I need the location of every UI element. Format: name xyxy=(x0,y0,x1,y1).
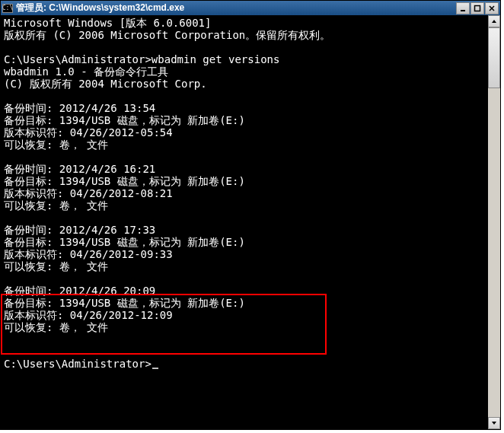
window-title: 管理员: C:\Windows\system32\cmd.exe xyxy=(16,2,184,14)
output-line: 备份时间: 2012/4/26 16:21 xyxy=(4,163,155,175)
output-line: wbadmin 1.0 - 备份命令行工具 xyxy=(4,65,168,78)
output-line: 版本标识符: 04/26/2012-12:09 xyxy=(4,309,173,321)
output-line: C:\Users\Administrator>wbadmin get versi… xyxy=(4,53,279,65)
output-line: 可以恢复: 卷， 文件 xyxy=(4,138,108,151)
terminal-output[interactable]: Microsoft Windows [版本 6.0.6001] 版权所有 (C)… xyxy=(1,15,488,429)
output-line: 可以恢复: 卷， 文件 xyxy=(4,199,108,212)
output-line: (C) 版权所有 2004 Microsoft Corp. xyxy=(4,78,207,90)
output-line: 版本标识符: 04/26/2012-09:33 xyxy=(4,248,173,260)
scroll-down-button[interactable] xyxy=(488,417,500,429)
output-line: 备份时间: 2012/4/26 17:33 xyxy=(4,224,155,236)
output-line: 备份目标: 1394/USB 磁盘，标记为 新加卷(E:) xyxy=(4,297,245,309)
svg-marker-4 xyxy=(492,20,496,23)
cursor xyxy=(152,368,158,369)
scroll-thumb[interactable] xyxy=(488,27,500,88)
output-line: Microsoft Windows [版本 6.0.6001] xyxy=(4,17,211,29)
vertical-scrollbar[interactable] xyxy=(488,15,500,429)
output-line: 版本标识符: 04/26/2012-08:21 xyxy=(4,187,173,199)
svg-marker-5 xyxy=(492,422,496,425)
maximize-button[interactable] xyxy=(471,2,484,14)
titlebar: C:\ 管理员: C:\Windows\system32\cmd.exe xyxy=(1,1,500,15)
output-line: 备份时间: 2012/4/26 20:09 xyxy=(4,285,155,297)
window-controls xyxy=(455,2,499,14)
output-line: 备份时间: 2012/4/26 13:54 xyxy=(4,102,155,114)
output-line: 版本标识符: 04/26/2012-05:54 xyxy=(4,126,173,138)
titlebar-left: C:\ 管理员: C:\Windows\system32\cmd.exe xyxy=(2,2,184,14)
cmd-window: C:\ 管理员: C:\Windows\system32\cmd.exe Mic… xyxy=(0,0,501,430)
cmd-icon: C:\ xyxy=(2,4,13,13)
minimize-button[interactable] xyxy=(456,2,470,14)
output-line: 备份目标: 1394/USB 磁盘，标记为 新加卷(E:) xyxy=(4,236,245,248)
output-line: 可以恢复: 卷， 文件 xyxy=(4,260,108,272)
output-line: 备份目标: 1394/USB 磁盘，标记为 新加卷(E:) xyxy=(4,175,245,187)
svg-rect-1 xyxy=(475,5,480,11)
output-line: 版权所有 (C) 2006 Microsoft Corporation。保留所有… xyxy=(4,29,330,41)
prompt-line: C:\Users\Administrator> xyxy=(4,358,152,370)
output-line: 可以恢复: 卷， 文件 xyxy=(4,321,108,333)
scroll-up-button[interactable] xyxy=(488,15,500,27)
close-button[interactable] xyxy=(485,2,499,14)
output-line: 备份目标: 1394/USB 磁盘，标记为 新加卷(E:) xyxy=(4,114,245,126)
